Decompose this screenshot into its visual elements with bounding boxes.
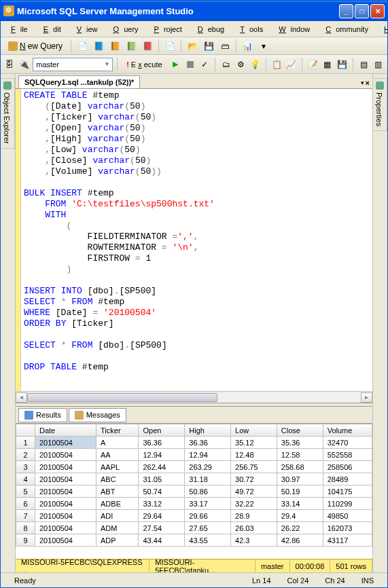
intellisense-icon[interactable]: 💡 xyxy=(249,57,262,72)
column-header[interactable] xyxy=(16,424,35,437)
code-editor[interactable]: CREATE TABLE #temp ([Date] varchar(50) ,… xyxy=(16,89,372,391)
toolbar-icon-2[interactable]: 📘 xyxy=(91,39,106,54)
cell[interactable]: 27.54 xyxy=(139,522,185,534)
open-icon[interactable]: 📂 xyxy=(185,39,200,54)
row-header[interactable]: 9 xyxy=(16,534,35,547)
menu-debug[interactable]: Debug xyxy=(193,24,234,35)
row-header[interactable]: 4 xyxy=(16,473,35,485)
cell[interactable]: ABC xyxy=(96,473,139,485)
menu-tools[interactable]: Tools xyxy=(235,24,272,35)
cell[interactable]: 36.36 xyxy=(139,437,185,449)
horizontal-scrollbar[interactable]: ◄ ► xyxy=(16,391,372,403)
toolbar-icon-3[interactable]: 📙 xyxy=(107,39,122,54)
execute-button[interactable]: ! Execute xyxy=(122,57,166,72)
cell[interactable]: 110299 xyxy=(323,498,372,510)
results-file-icon[interactable]: 💾 xyxy=(336,57,349,72)
comment-icon[interactable]: ▤ xyxy=(357,57,370,72)
cell[interactable]: 42.86 xyxy=(277,534,323,547)
cell[interactable]: 31.18 xyxy=(185,473,231,485)
cell[interactable]: 43.55 xyxy=(185,534,231,547)
cell[interactable]: 28.9 xyxy=(231,510,277,522)
cell[interactable]: 35.12 xyxy=(231,437,277,449)
cell[interactable]: AAPL xyxy=(96,461,139,473)
cell[interactable]: ABT xyxy=(96,485,139,498)
scroll-right-icon[interactable]: ► xyxy=(361,392,372,403)
cell[interactable]: 32.22 xyxy=(231,498,277,510)
table-row[interactable]: 220100504AA12.9412.9412.4812.58552558 xyxy=(16,449,372,461)
cell[interactable]: 162073 xyxy=(323,522,372,534)
cell[interactable]: 20100504 xyxy=(35,522,96,534)
row-header[interactable]: 8 xyxy=(16,522,35,534)
cell[interactable]: 33.14 xyxy=(277,498,323,510)
toolbar-icon-5[interactable]: 📕 xyxy=(140,39,155,54)
save-all-icon[interactable]: 🗃 xyxy=(217,39,232,54)
uncomment-icon[interactable]: ▥ xyxy=(372,57,385,72)
close-button[interactable]: ✕ xyxy=(370,4,385,18)
include-stats-icon[interactable]: 📈 xyxy=(285,57,298,72)
cell[interactable]: 20100504 xyxy=(35,510,96,522)
cell[interactable]: 33.17 xyxy=(185,498,231,510)
estimated-plan-icon[interactable]: 🗂 xyxy=(219,57,232,72)
scroll-thumb[interactable] xyxy=(27,393,217,402)
debug-play-icon[interactable]: ▶ xyxy=(169,57,182,72)
row-header[interactable]: 3 xyxy=(16,461,35,473)
menu-edit[interactable]: Edit xyxy=(39,24,71,35)
cell[interactable]: 50.19 xyxy=(277,485,323,498)
column-header[interactable]: Close xyxy=(277,424,323,437)
maximize-button[interactable]: □ xyxy=(355,4,369,18)
menu-view[interactable]: View xyxy=(72,24,107,35)
cell[interactable]: 49850 xyxy=(323,510,372,522)
menu-project[interactable]: Project xyxy=(149,24,192,35)
parse-icon[interactable]: ✓ xyxy=(198,57,211,72)
cell[interactable]: 12.48 xyxy=(231,449,277,461)
cell[interactable]: 20100504 xyxy=(35,485,96,498)
toolbar-icon-1[interactable]: 📄 xyxy=(75,39,90,54)
table-row[interactable]: 620100504ADBE33.1233.1732.2233.14110299 xyxy=(16,498,372,510)
minimize-button[interactable]: _ xyxy=(339,4,353,18)
cell[interactable]: A xyxy=(96,437,139,449)
scroll-left-icon[interactable]: ◄ xyxy=(16,392,27,403)
row-header[interactable]: 1 xyxy=(16,437,35,449)
menu-window[interactable]: Window xyxy=(274,24,319,35)
cell[interactable]: 33.12 xyxy=(139,498,185,510)
cell[interactable]: 29.4 xyxy=(277,510,323,522)
menu-query[interactable]: Query xyxy=(109,24,148,35)
object-explorer-tab[interactable]: Object Explorer xyxy=(1,78,15,149)
cell[interactable]: 263.29 xyxy=(185,461,231,473)
document-tab[interactable]: SQLQuery1.sql ...tankulp (52))* xyxy=(18,75,140,88)
cell[interactable]: 258506 xyxy=(323,461,372,473)
cell[interactable]: 43.44 xyxy=(139,534,185,547)
column-header[interactable]: Date xyxy=(35,424,96,437)
cell[interactable]: 35.36 xyxy=(277,437,323,449)
cell[interactable]: 28489 xyxy=(323,473,372,485)
cell[interactable]: 26.22 xyxy=(277,522,323,534)
cell[interactable]: 50.74 xyxy=(139,485,185,498)
results-tab[interactable]: Results xyxy=(18,408,67,422)
tab-close-icon[interactable]: × xyxy=(366,79,370,87)
cell[interactable]: 43117 xyxy=(323,534,372,547)
include-plan-icon[interactable]: 📋 xyxy=(270,57,283,72)
toolbar-icon-4[interactable]: 📗 xyxy=(124,39,139,54)
table-row[interactable]: 120100504A36.3636.3635.1235.3632470 xyxy=(16,437,372,449)
cell[interactable]: 36.36 xyxy=(185,437,231,449)
cell[interactable]: 30.97 xyxy=(277,473,323,485)
cell[interactable]: 29.66 xyxy=(185,510,231,522)
row-header[interactable]: 2 xyxy=(16,449,35,461)
cell[interactable]: 20100504 xyxy=(35,437,96,449)
code-text[interactable]: CREATE TABLE #temp ([Date] varchar(50) ,… xyxy=(21,89,372,391)
query-options-icon[interactable]: ⚙ xyxy=(234,57,247,72)
cell[interactable]: 26.03 xyxy=(231,522,277,534)
menu-help[interactable]: Help xyxy=(379,24,388,35)
row-header[interactable]: 7 xyxy=(16,510,35,522)
cell[interactable]: 30.72 xyxy=(231,473,277,485)
table-row[interactable]: 820100504ADM27.5427.6526.0326.22162073 xyxy=(16,522,372,534)
cell[interactable]: ADM xyxy=(96,522,139,534)
row-header[interactable]: 6 xyxy=(16,498,35,510)
menu-file[interactable]: File xyxy=(6,24,37,35)
cell[interactable]: 27.65 xyxy=(185,522,231,534)
table-row[interactable]: 520100504ABT50.7450.8649.7250.19104175 xyxy=(16,485,372,498)
column-header[interactable]: Low xyxy=(231,424,277,437)
results-text-icon[interactable]: 📝 xyxy=(306,57,319,72)
cell[interactable]: 20100504 xyxy=(35,498,96,510)
connection-icon[interactable]: 🗄 xyxy=(3,57,16,72)
